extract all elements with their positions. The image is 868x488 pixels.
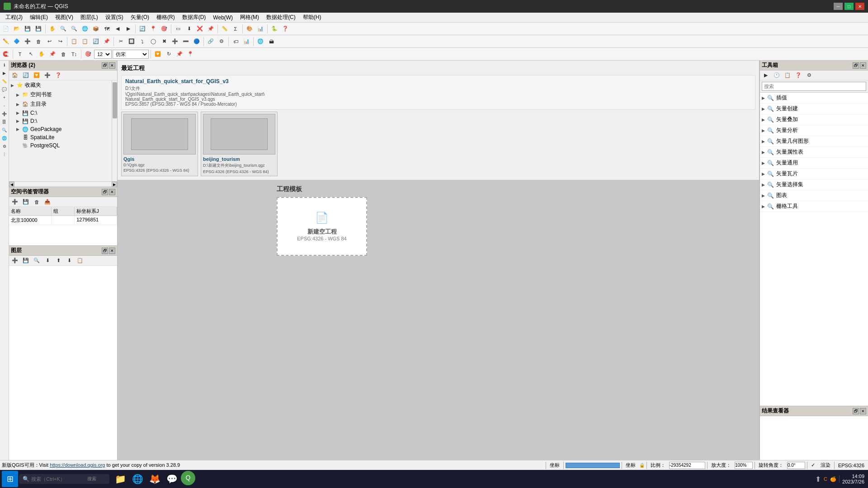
zoom-out-btn[interactable]: 🔍 xyxy=(69,24,79,34)
layers-save-btn[interactable]: 💾 xyxy=(21,256,31,266)
select-rect-btn[interactable]: ▭ xyxy=(173,24,183,34)
refresh-btn[interactable]: 🔄 xyxy=(137,24,147,34)
bookmark-save-btn[interactable]: 💾 xyxy=(21,197,31,207)
hscroll-left[interactable]: ◀ xyxy=(9,182,14,187)
bookmark-add-btn[interactable]: ➕ xyxy=(10,197,20,207)
toolbox-item-vector-analysis[interactable]: ▶ 🔍 矢量分析 xyxy=(760,125,868,136)
browser-item-favorites[interactable]: ▶ ⭐ 收藏夹 xyxy=(9,80,112,90)
browser-close-btn[interactable]: ✕ xyxy=(109,62,115,69)
menu-view[interactable]: 视图(V) xyxy=(52,13,77,22)
select-more-btn[interactable]: ⬇ xyxy=(184,24,194,34)
python-btn[interactable]: 🐍 xyxy=(269,24,279,34)
deselect-btn[interactable]: ❌ xyxy=(195,24,205,34)
fill-ring-btn[interactable]: 🔵 xyxy=(192,37,202,47)
new-project-template[interactable]: 📄 新建空工程 EPSG:4326 - WGS 84 xyxy=(277,197,367,256)
pin-label-btn[interactable]: 📌 xyxy=(175,49,184,59)
close-button[interactable]: ✕ xyxy=(855,3,864,10)
offset-btn[interactable]: ⤵ xyxy=(137,37,147,47)
zoom-layer-btn[interactable]: 🗺 xyxy=(102,24,112,34)
spatial-bookmarks-close-btn[interactable]: ✕ xyxy=(109,189,115,195)
project-card-0[interactable]: Qgis D:\Qgis.qgz EPSG:4326 (EPSG:4326 - … xyxy=(121,112,198,176)
redo-btn[interactable]: ↪ xyxy=(55,37,65,47)
unpin-label-btn[interactable]: 📍 xyxy=(185,49,195,59)
result-viewer-float-btn[interactable]: 🗗 xyxy=(853,408,859,414)
font-size-combo[interactable]: 12 14 16 xyxy=(94,50,112,59)
move-feat-btn[interactable]: 📌 xyxy=(102,37,112,47)
pin-annot-btn[interactable]: 📌 xyxy=(47,49,57,59)
menu-grid[interactable]: 网格(M) xyxy=(236,13,263,22)
tray-arrow-icon[interactable]: ⬆ xyxy=(815,475,821,483)
help-btn[interactable]: ❓ xyxy=(280,24,290,34)
select-point-btn[interactable]: ▶ xyxy=(1,70,8,77)
layer-style-btn[interactable]: 🎨 xyxy=(245,24,255,34)
toolbox-history-btn[interactable]: 🕐 xyxy=(772,70,782,80)
more-left-btn[interactable]: ⋮ xyxy=(1,151,8,158)
node-tool-btn[interactable]: 🔷 xyxy=(12,37,22,47)
map-tips-btn[interactable]: 💬 xyxy=(1,86,8,93)
browser-add-btn[interactable]: ➕ xyxy=(42,70,52,80)
menu-settings[interactable]: 设置(S) xyxy=(102,13,127,22)
browser-item-bookmarks[interactable]: ▶ 📁 空间书签 xyxy=(9,90,112,99)
status-zoom-input[interactable] xyxy=(735,462,753,469)
status-link[interactable]: https://download.qgis.org xyxy=(50,462,105,468)
add-layer-btn[interactable]: ➕ xyxy=(1,110,8,117)
spatial-query-btn[interactable]: 🔍 xyxy=(1,127,8,134)
toolbox-close-btn[interactable]: ✕ xyxy=(860,62,866,69)
menu-vector[interactable]: 矢量(O) xyxy=(127,13,153,22)
toolbox-item-vector-create[interactable]: ▶ 🔍 矢量创建 xyxy=(760,103,868,114)
zoom-full-btn[interactable]: 🌐 xyxy=(80,24,90,34)
open-field-calc-btn[interactable]: 📊 xyxy=(255,24,265,34)
browser-hscroll[interactable]: ◀ ▶ xyxy=(9,181,117,187)
toolbox-item-vector-general[interactable]: ▶ 🔍 矢量通用 xyxy=(760,158,868,169)
coord-btn[interactable]: 🎯 xyxy=(159,24,169,34)
select-location-btn[interactable]: 📌 xyxy=(206,24,216,34)
menu-help[interactable]: 帮助(H) xyxy=(299,13,325,22)
bookmark-delete-btn[interactable]: 🗑 xyxy=(32,197,42,207)
toolbox-item-vector-tile[interactable]: ▶ 🔍 矢量瓦片 xyxy=(760,169,868,179)
menu-processing[interactable]: 数据处理(C) xyxy=(263,13,299,22)
menu-edit[interactable]: 编辑(E) xyxy=(26,13,52,22)
toolbox-item-vector-geometry[interactable]: ▶ 🔍 矢量几何图形 xyxy=(760,136,868,147)
browser-item-d[interactable]: ▶ 💾 D:\ xyxy=(9,117,112,125)
merge-attr-btn[interactable]: ⚙ xyxy=(217,37,226,47)
layers-dropdown-btn[interactable]: ⬇ xyxy=(42,256,52,266)
browser-item-home[interactable]: ▶ 🏠 主目录 xyxy=(9,99,112,109)
toolbox-item-raster[interactable]: ▶ 🔍 栅格工具 xyxy=(760,201,868,212)
taskbar-app-explorer[interactable]: 📁 xyxy=(112,471,128,487)
start-button[interactable]: ⊞ xyxy=(2,471,18,487)
move-annot-btn[interactable]: ✋ xyxy=(37,49,47,59)
taskbar-search[interactable]: 🔍 搜索 xyxy=(19,474,109,484)
filter-btn[interactable]: 🔽 xyxy=(153,49,163,59)
zoom-out-left-btn[interactable]: - xyxy=(1,102,8,109)
annot-text-format-btn[interactable]: T↕ xyxy=(69,49,79,59)
taskbar-app-wechat[interactable]: 💬 xyxy=(164,471,180,487)
minimize-button[interactable]: ─ xyxy=(834,3,843,10)
select-annot-btn[interactable]: ↖ xyxy=(26,49,36,59)
toolbox-help-btn[interactable]: ❓ xyxy=(793,70,803,80)
browser-refresh-btn[interactable]: 🔄 xyxy=(21,70,31,80)
identify-btn[interactable]: ℹ xyxy=(1,61,8,69)
georef-btn[interactable]: 🌐 xyxy=(255,37,265,47)
toolbox-item-interpolation[interactable]: ▶ 🔍 插值 xyxy=(760,93,868,103)
browser-item-geopackage[interactable]: ▶ 🌐 GeoPackage xyxy=(9,125,112,133)
menu-database[interactable]: 数据库(D) xyxy=(179,13,210,22)
undo-btn[interactable]: ↩ xyxy=(44,37,54,47)
network-btn[interactable]: 🌐 xyxy=(1,135,8,142)
menu-project[interactable]: 工程(J) xyxy=(2,13,26,22)
bookmark-row-0[interactable]: 北京100000 12796851 xyxy=(9,216,117,225)
browser-item-c[interactable]: ▶ 💾 C:\ xyxy=(9,109,112,117)
save-as-btn[interactable]: 💾 xyxy=(33,24,43,34)
layers-group-btn[interactable]: 📋 xyxy=(75,256,85,266)
toolbox-settings-btn[interactable]: ⚙ xyxy=(804,70,814,80)
browser-float-btn[interactable]: 🗗 xyxy=(102,62,108,69)
toolbox-float-btn[interactable]: 🗗 xyxy=(853,62,859,69)
annot-text-btn[interactable]: T xyxy=(15,49,25,59)
hscroll-track[interactable] xyxy=(14,182,112,187)
layers-add-btn[interactable]: ➕ xyxy=(10,256,20,266)
toolbox-item-vector-attr-table[interactable]: ▶ 🔍 矢量属性表 xyxy=(760,147,868,158)
hscroll-right[interactable]: ▶ xyxy=(112,182,117,187)
new-project-btn[interactable]: 📄 xyxy=(1,24,11,34)
browser-home-btn[interactable]: 🏠 xyxy=(10,70,20,80)
toolbox-item-vector-overlay[interactable]: ▶ 🔍 矢量叠加 xyxy=(760,114,868,125)
del-ring-btn[interactable]: ✖ xyxy=(159,37,169,47)
